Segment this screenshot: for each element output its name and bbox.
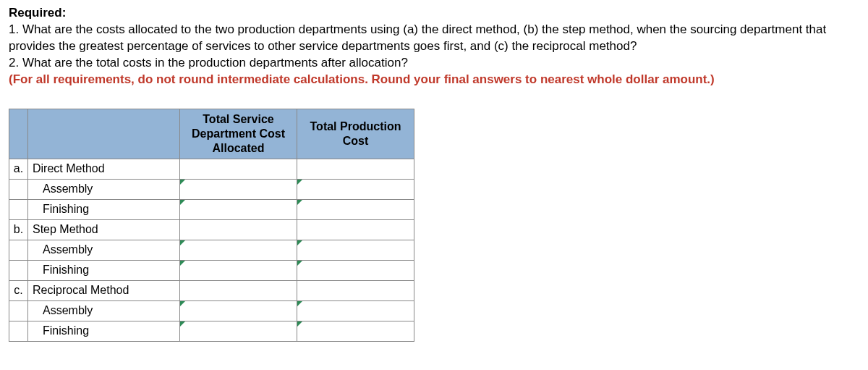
row-label: Finishing [28, 199, 180, 219]
header-production-cost: Total Production Cost [297, 109, 414, 159]
row-letter: b. [9, 219, 28, 240]
table-body: a.Direct MethodAssemblyFinishingb.Step M… [9, 159, 414, 341]
table-row: b.Step Method [9, 219, 414, 240]
row-letter [9, 199, 28, 219]
service-cost-input[interactable] [180, 301, 297, 320]
row-letter [9, 240, 28, 260]
service-cost-cell [180, 321, 297, 341]
row-label: Finishing [28, 321, 180, 341]
table-row: a.Direct Method [9, 159, 414, 179]
production-cost-cell [297, 260, 414, 280]
row-label: Reciprocal Method [28, 280, 180, 300]
row-letter [9, 260, 28, 280]
required-line-2: 2. What are the total costs in the produ… [9, 55, 859, 72]
required-heading: Required: [9, 6, 859, 20]
required-note: (For all requirements, do not round inte… [9, 72, 859, 88]
production-cost-cell [297, 240, 414, 260]
service-cost-cell [180, 240, 297, 260]
table-row: Assembly [9, 179, 414, 199]
production-cost-input[interactable] [297, 321, 414, 340]
production-cost-cell [297, 280, 414, 300]
service-cost-input[interactable] [180, 200, 297, 219]
service-cost-cell [180, 219, 297, 240]
header-blank-1 [9, 109, 28, 159]
production-cost-cell [297, 179, 414, 199]
service-cost-cell [180, 300, 297, 321]
service-cost-cell [180, 179, 297, 199]
service-cost-input[interactable] [180, 240, 297, 259]
table-row: Assembly [9, 240, 414, 260]
table-row: Finishing [9, 199, 414, 219]
production-cost-cell [297, 300, 414, 321]
header-blank-2 [28, 109, 180, 159]
table-row: c.Reciprocal Method [9, 280, 414, 300]
row-label: Direct Method [28, 159, 180, 179]
production-cost-input[interactable] [297, 200, 414, 219]
service-cost-input[interactable] [180, 180, 297, 198]
row-letter [9, 321, 28, 341]
service-cost-input[interactable] [180, 261, 297, 279]
production-cost-cell [297, 219, 414, 240]
row-label: Assembly [28, 240, 180, 260]
service-cost-cell [180, 260, 297, 280]
row-label: Step Method [28, 219, 180, 240]
row-letter: a. [9, 159, 28, 179]
row-letter: c. [9, 280, 28, 300]
production-cost-input[interactable] [297, 261, 414, 279]
required-section: Required: 1. What are the costs allocate… [9, 6, 859, 88]
production-cost-cell [297, 159, 414, 179]
table-header-row: Total Service Department Cost Allocated … [9, 109, 414, 159]
row-letter [9, 179, 28, 199]
table-row: Finishing [9, 260, 414, 280]
row-label: Finishing [28, 260, 180, 280]
table-row: Finishing [9, 321, 414, 341]
production-cost-cell [297, 321, 414, 341]
header-service-cost: Total Service Department Cost Allocated [180, 109, 297, 159]
allocation-table-wrap: Total Service Department Cost Allocated … [9, 109, 859, 342]
service-cost-cell [180, 280, 297, 300]
service-cost-input[interactable] [180, 321, 297, 340]
production-cost-input[interactable] [297, 240, 414, 259]
service-cost-cell [180, 159, 297, 179]
table-row: Assembly [9, 300, 414, 321]
row-label: Assembly [28, 179, 180, 199]
required-line-1: 1. What are the costs allocated to the t… [9, 22, 859, 55]
service-cost-cell [180, 199, 297, 219]
allocation-table: Total Service Department Cost Allocated … [9, 109, 414, 342]
row-label: Assembly [28, 300, 180, 321]
production-cost-input[interactable] [297, 180, 414, 198]
row-letter [9, 300, 28, 321]
production-cost-cell [297, 199, 414, 219]
production-cost-input[interactable] [297, 301, 414, 320]
